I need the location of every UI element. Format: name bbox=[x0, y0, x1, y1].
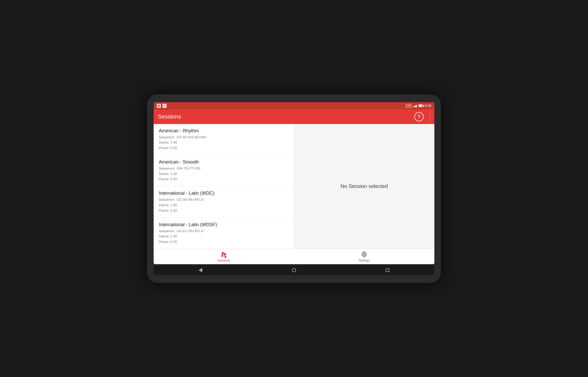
back-button[interactable] bbox=[199, 268, 202, 272]
session-name: American - Smooth bbox=[159, 159, 289, 165]
session-name: American - Rhythm bbox=[159, 128, 289, 134]
session-item-intl-latin-wdsf[interactable]: International - Latin (WDSF) Sequence: -… bbox=[154, 218, 294, 249]
main-content: American - Rhythm Sequence: -CC-RU-ES-BO… bbox=[154, 124, 434, 249]
session-dance: Dance: 1:40 bbox=[159, 171, 289, 177]
svg-point-1 bbox=[224, 252, 226, 256]
status-bar-right: LTE 8:39 bbox=[406, 104, 431, 108]
session-dance: Dance: 1:40 bbox=[159, 140, 289, 145]
detail-panel: No Session selected bbox=[294, 124, 434, 249]
svg-point-3 bbox=[224, 255, 226, 258]
session-pause: Pause: 0:20 bbox=[159, 145, 289, 151]
session-pause: Pause: 0:20 bbox=[159, 177, 289, 182]
session-item-intl-latin-wdc[interactable]: International - Latin (WDC) Sequence: -C… bbox=[154, 186, 294, 218]
a-icon: A bbox=[162, 104, 167, 108]
session-sequence: Sequence: -CC-RU-ES-BO-MA- bbox=[159, 135, 289, 140]
android-nav-bar bbox=[154, 265, 434, 275]
screen: ▣ A LTE 8:39 Sessions ? bbox=[154, 102, 434, 264]
status-bar: ▣ A LTE 8:39 bbox=[154, 102, 434, 109]
nav-item-settings[interactable]: Settings bbox=[294, 249, 434, 264]
home-button[interactable] bbox=[292, 268, 296, 272]
bottom-nav: Sessions Settings bbox=[154, 249, 434, 264]
app-bar-title: Sessions bbox=[158, 113, 410, 120]
session-sequence: Sequence: -SA-CC-RU-PD-JI- bbox=[159, 229, 289, 234]
session-dance: Dance: 1:40 bbox=[159, 203, 289, 208]
session-dance: Dance: 1:40 bbox=[159, 234, 289, 239]
session-pause: Pause: 0:20 bbox=[159, 208, 289, 213]
help-button[interactable]: ? bbox=[414, 112, 424, 121]
recents-button[interactable] bbox=[386, 268, 389, 272]
session-sequence: Sequence: -SW-TG-FT-VW- bbox=[159, 166, 289, 171]
session-sequence: Sequence: -CC-SA-RU-PD-JI- bbox=[159, 197, 289, 203]
svg-point-4 bbox=[363, 253, 365, 255]
lte-icon: LTE bbox=[406, 104, 411, 108]
svg-point-0 bbox=[221, 251, 224, 255]
svg-point-2 bbox=[221, 254, 223, 257]
settings-nav-label: Settings bbox=[358, 259, 370, 262]
nav-item-sessions[interactable]: Sessions bbox=[154, 249, 294, 264]
time-display: 8:39 bbox=[425, 104, 431, 108]
session-item-american-smooth[interactable]: American - Smooth Sequence: -SW-TG-FT-VW… bbox=[154, 155, 294, 186]
device-frame: ▣ A LTE 8:39 Sessions ? bbox=[147, 94, 441, 283]
no-session-message: No Session selected bbox=[341, 183, 388, 189]
signal-bars-icon bbox=[413, 104, 417, 107]
app-bar: Sessions ? bbox=[154, 109, 434, 124]
app-bar-divider bbox=[430, 109, 430, 124]
session-name: International - Latin (WDSF) bbox=[159, 222, 289, 228]
settings-icon bbox=[361, 251, 368, 258]
sim-card-icon: ▣ bbox=[157, 104, 161, 108]
battery-icon bbox=[419, 104, 423, 107]
session-item-american-rhythm[interactable]: American - Rhythm Sequence: -CC-RU-ES-BO… bbox=[154, 124, 294, 155]
sessions-icon bbox=[220, 251, 227, 258]
sessions-nav-label: Sessions bbox=[218, 259, 230, 262]
status-bar-left: ▣ A bbox=[157, 104, 167, 108]
session-pause: Pause: 0:20 bbox=[159, 239, 289, 245]
sessions-list: American - Rhythm Sequence: -CC-RU-ES-BO… bbox=[154, 124, 294, 249]
session-name: International - Latin (WDC) bbox=[159, 191, 289, 196]
